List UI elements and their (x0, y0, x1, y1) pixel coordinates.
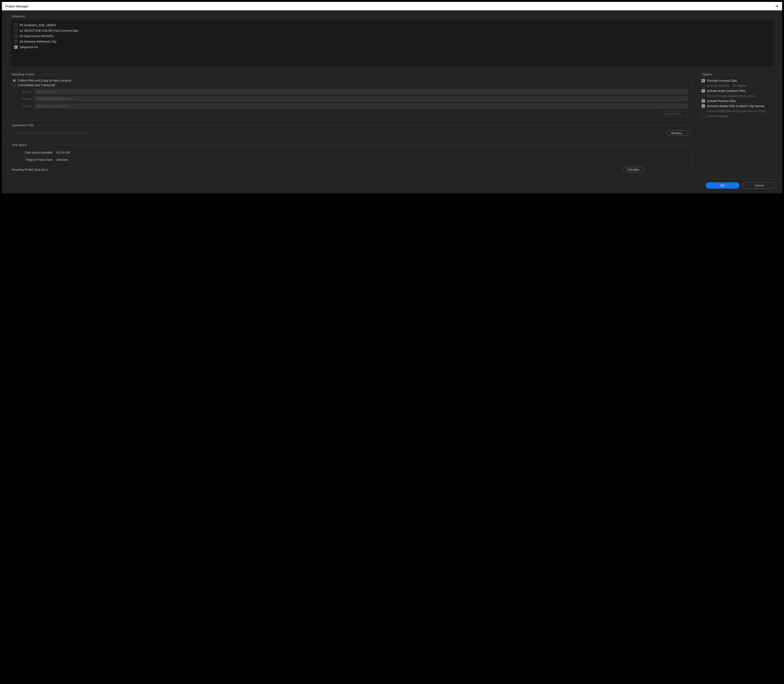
import-preset-button: Import Preset... (658, 111, 689, 116)
checkbox-icon (702, 94, 705, 98)
sequence-item[interactable]: 02 Data Driven MOGRTs (14, 33, 770, 39)
radio-icon[interactable] (13, 84, 16, 87)
radio-icon[interactable] (13, 79, 16, 82)
options-group: Options Exclude Unused Clips Include Han… (698, 73, 776, 179)
radio-label: Collect Files and Copy to New Location (18, 79, 71, 82)
resulting-size-label: Resulting Project Size (est.): (11, 168, 49, 171)
checkbox-icon[interactable] (702, 89, 705, 92)
radio-label: Consolidate and Transcode (18, 84, 55, 87)
original-size-label: Original Project Size: (11, 158, 53, 161)
checkbox-icon[interactable] (14, 34, 18, 38)
checkbox-icon[interactable] (702, 99, 705, 103)
option-label: Include Handles: (707, 84, 730, 87)
option-label: Include Audio Conform Files (707, 89, 745, 92)
dialog-footer: OK Cancel (8, 179, 776, 189)
option-convert-ae-comps: Convert After Effects Compositions to Cl… (701, 108, 773, 114)
option-rename-media[interactable]: Rename Media Files to Match Clip Names (701, 103, 773, 108)
browse-button[interactable]: Browse... (666, 130, 689, 136)
project-manager-dialog: Project Manager ✕ Sequence 00 Dreamers_E… (1, 1, 783, 194)
sequence-item[interactable]: 01 SELECTIVE COLOR (Hue Curves) clips (14, 28, 770, 33)
checkbox-icon[interactable] (702, 104, 705, 108)
source-row: Source: Individual Clips (17, 89, 689, 95)
format-select: DNxHR/DNxHD MXF OP1a (34, 96, 689, 102)
checkbox-icon[interactable] (14, 45, 18, 49)
preset-row: Preset: Match Source - DNxHD (17, 103, 689, 109)
radio-consolidate-transcode[interactable]: Consolidate and Transcode (11, 83, 689, 87)
handles-value: 25 Frames (732, 84, 747, 87)
option-preserve-alpha: Preserve Alpha (701, 114, 773, 119)
sequence-label: 02 Data Driven MOGRTs (19, 34, 53, 38)
disk-space-group: Disk Space Disk Space Available: 101.49 … (8, 143, 692, 176)
sequence-label: 03 DeNoise DeReverb Clip (19, 40, 57, 43)
option-include-handles: Include Handles: 25 Frames (701, 83, 773, 88)
close-icon[interactable]: ✕ (775, 4, 779, 8)
option-label: Exclude Unused Clips (707, 79, 737, 82)
titlebar: Project Manager ✕ (2, 2, 782, 10)
destination-legend: Destination Path (11, 124, 34, 127)
radio-collect-files[interactable]: Collect Files and Copy to New Location (11, 78, 689, 83)
checkbox-icon[interactable] (14, 29, 18, 32)
options-legend: Options (701, 73, 713, 76)
cancel-button[interactable]: Cancel (742, 182, 776, 189)
sequence-group: Sequence 00 Dreamers_Edit_180831 01 SELE… (8, 15, 776, 70)
option-label: Convert Image Sequences to Clips (707, 94, 755, 98)
sequence-item[interactable]: Sequence 04 (14, 44, 770, 50)
original-size-value: Unknown (56, 158, 68, 161)
preset-label: Preset: (17, 104, 32, 108)
option-label: Rename Media Files to Match Clip Names (707, 104, 765, 108)
option-label: Include Preview Files (707, 99, 736, 103)
checkbox-icon (702, 110, 705, 113)
sequence-label: 01 SELECTIVE COLOR (Hue Curves) clips (19, 29, 79, 32)
dialog-content: Sequence 00 Dreamers_Edit_180831 01 SELE… (2, 10, 782, 193)
option-convert-image-seq: Convert Image Sequences to Clips (701, 94, 773, 98)
sequence-label: Sequence 04 (19, 45, 37, 49)
option-label: Preserve Alpha (707, 115, 728, 118)
disk-legend: Disk Space (11, 143, 27, 147)
option-include-preview[interactable]: Include Preview Files (701, 98, 773, 103)
calculate-button[interactable]: Calculate (622, 167, 644, 173)
format-label: Format: (17, 97, 32, 100)
checkbox-icon (702, 115, 705, 118)
preset-select: Match Source - DNxHD (34, 103, 689, 109)
checkbox-icon[interactable] (14, 40, 18, 43)
source-select: Individual Clips (34, 89, 689, 95)
window-title: Project Manager (5, 5, 29, 8)
resulting-project-group: Resulting Project Collect Files and Copy… (8, 73, 692, 121)
checkbox-icon[interactable] (702, 79, 705, 82)
disk-available-value: 101.49 GB (56, 151, 70, 154)
sequence-label: 00 Dreamers_Edit_180831 (19, 23, 56, 27)
sequence-legend: Sequence (11, 15, 26, 18)
sequence-list: 00 Dreamers_Edit_180831 01 SELECTIVE COL… (11, 20, 773, 66)
destination-path-text: C:\Users\bparsnf\OneDrive - Adobe System… (11, 131, 664, 135)
sequence-item[interactable]: 00 Dreamers_Edit_180831 (14, 23, 770, 28)
option-label: Convert After Effects Compositions to Cl… (707, 110, 766, 113)
format-row: Format: DNxHR/DNxHD MXF OP1a (17, 96, 689, 102)
ok-button[interactable]: OK (706, 182, 739, 189)
option-exclude-unused[interactable]: Exclude Unused Clips (701, 78, 773, 83)
option-include-audio-conform[interactable]: Include Audio Conform Files (701, 88, 773, 94)
source-label: Source: (17, 90, 32, 94)
sequence-item[interactable]: 03 DeNoise DeReverb Clip (14, 39, 770, 44)
checkbox-icon[interactable] (14, 23, 18, 27)
disk-available-label: Disk Space Available: (11, 151, 53, 154)
destination-group: Destination Path C:\Users\bparsnf\OneDri… (8, 124, 692, 140)
checkbox-icon (702, 84, 705, 87)
resulting-legend: Resulting Project (11, 73, 35, 76)
